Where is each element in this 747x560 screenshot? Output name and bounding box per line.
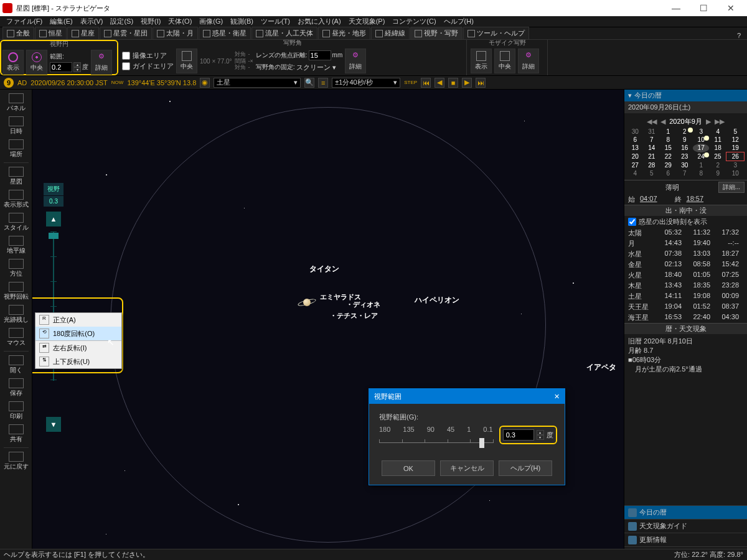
calendar-day[interactable]: 15 bbox=[660, 144, 676, 152]
menu-item[interactable]: コンテンツ(C) bbox=[388, 17, 439, 26]
calendar-day[interactable]: 8 bbox=[693, 169, 709, 177]
play-back-button[interactable]: ◀ bbox=[435, 78, 444, 88]
detail-button[interactable]: ⚙詳細 bbox=[91, 50, 112, 75]
calendar-day[interactable]: 21 bbox=[643, 152, 659, 161]
play-fwd-button[interactable]: ▶ bbox=[462, 78, 472, 88]
calendar-day[interactable]: 1 bbox=[660, 128, 676, 136]
menu-item[interactable]: R正立(A) bbox=[35, 313, 121, 327]
calendar-day[interactable]: 3 bbox=[726, 161, 745, 170]
detail-button[interactable]: 詳細... bbox=[718, 182, 745, 193]
calendar-day[interactable]: 29 bbox=[660, 161, 676, 170]
ribbon-tab[interactable]: 太陽・月 bbox=[153, 27, 198, 39]
globe-icon[interactable]: ◉ bbox=[200, 78, 210, 88]
ribbon-tab[interactable]: 全般 bbox=[2, 27, 34, 39]
help-icon[interactable]: ? bbox=[733, 32, 745, 39]
panel-tab[interactable]: 更新情報 bbox=[624, 533, 747, 546]
minimize-button[interactable]: — bbox=[662, 0, 690, 16]
sidebar-item[interactable]: 元に戻す bbox=[2, 450, 30, 472]
calendar-day[interactable]: 4 bbox=[627, 169, 643, 177]
calendar-day[interactable]: 30 bbox=[627, 128, 643, 136]
calendar-day[interactable]: 9 bbox=[709, 169, 726, 177]
calendar-day[interactable]: 8 bbox=[660, 136, 676, 144]
menu-item[interactable]: ⇅上下反転(U) bbox=[35, 355, 121, 368]
ribbon-tab[interactable]: 星雲・星団 bbox=[100, 27, 152, 39]
panel-tab[interactable]: 今日の暦 bbox=[624, 505, 747, 519]
value-spinner[interactable]: ▴▾ bbox=[537, 430, 544, 440]
sidebar-item[interactable]: 視野回転 bbox=[2, 281, 30, 302]
calendar-day[interactable]: 14 bbox=[643, 144, 659, 152]
detail-button[interactable]: ⚙詳細 bbox=[345, 49, 366, 73]
calendar-day[interactable]: 17 bbox=[693, 144, 709, 152]
next-year-button[interactable]: ▶▶ bbox=[715, 118, 725, 126]
calendar-day[interactable]: 28 bbox=[643, 161, 659, 170]
menu-item[interactable]: 天文現象(P) bbox=[345, 17, 389, 26]
calendar-day[interactable]: 10 bbox=[693, 136, 709, 144]
menu-item[interactable]: 表示(V) bbox=[77, 17, 107, 26]
sky-chart[interactable]: タイタン エミヤラドス ・ディオネ ・テチス・レア ハイペリオン イアペタ 視野… bbox=[32, 90, 624, 560]
prev-year-button[interactable]: ◀◀ bbox=[647, 118, 657, 126]
list-icon[interactable]: ≡ bbox=[318, 78, 328, 88]
imaging-area-check[interactable] bbox=[122, 52, 130, 60]
sidebar-item[interactable]: 日時 bbox=[2, 115, 30, 137]
fov-slider[interactable] bbox=[379, 434, 493, 443]
menu-item[interactable]: ファイル(F) bbox=[2, 17, 46, 26]
dialog-titlebar[interactable]: 視野範囲 ✕ bbox=[369, 389, 565, 404]
ribbon-tab[interactable]: ツール・ヘルプ bbox=[463, 27, 529, 39]
menu-item[interactable]: お気に入り(A) bbox=[294, 17, 345, 26]
sidebar-item[interactable]: 開く bbox=[2, 354, 30, 376]
calendar-day[interactable]: 18 bbox=[709, 144, 726, 152]
prev-month-button[interactable]: ◀ bbox=[660, 118, 665, 126]
calendar-day[interactable]: 2 bbox=[676, 128, 692, 136]
menu-item[interactable]: ヘルプ(H) bbox=[440, 17, 477, 26]
center-button[interactable]: 中央 bbox=[26, 50, 47, 75]
calendar-day[interactable]: 26 bbox=[726, 152, 745, 161]
ribbon-tab[interactable]: 昼光・地形 bbox=[318, 27, 370, 39]
calendar-day[interactable]: 16 bbox=[676, 144, 692, 152]
step-back-button[interactable]: ⏮ bbox=[421, 78, 431, 88]
menu-item[interactable]: 編集(E) bbox=[46, 17, 77, 26]
calendar-day[interactable]: 12 bbox=[726, 136, 745, 144]
calendar-day[interactable]: 20 bbox=[627, 152, 643, 161]
calendar-day[interactable]: 24 bbox=[693, 152, 709, 161]
ribbon-tab[interactable]: 流星・人工天体 bbox=[251, 27, 317, 39]
center-button[interactable]: 中央 bbox=[494, 49, 515, 73]
calendar-day[interactable]: 19 bbox=[726, 144, 745, 152]
sidebar-item[interactable]: 方位 bbox=[2, 258, 30, 279]
twilight-start[interactable]: 04:07 bbox=[640, 195, 657, 204]
calendar-day[interactable]: 1 bbox=[693, 161, 709, 170]
sidebar-item[interactable]: 地平線 bbox=[2, 235, 30, 256]
calendar-day[interactable]: 13 bbox=[627, 144, 643, 152]
calendar-day[interactable]: 4 bbox=[709, 128, 726, 136]
sidebar-item[interactable]: マウス bbox=[2, 327, 30, 348]
guide-area-check[interactable] bbox=[122, 62, 130, 70]
sidebar-item[interactable]: パネル bbox=[2, 92, 30, 114]
calendar-day[interactable]: 2 bbox=[709, 161, 726, 170]
calendar-day[interactable]: 10 bbox=[726, 169, 745, 177]
calendar-day[interactable]: 27 bbox=[627, 161, 643, 170]
next-month-button[interactable]: ▶ bbox=[706, 118, 711, 126]
step-fwd-button[interactable]: ⏭ bbox=[476, 78, 486, 88]
calendar-day[interactable]: 9 bbox=[676, 136, 692, 144]
sidebar-item[interactable]: 星図 bbox=[2, 166, 30, 187]
detail-button[interactable]: ⚙詳細 bbox=[518, 49, 539, 73]
dialog-close-button[interactable]: ✕ bbox=[554, 393, 560, 401]
sidebar-item[interactable]: 印刷 bbox=[2, 400, 30, 422]
calendar-day[interactable]: 7 bbox=[676, 169, 692, 177]
target-combo[interactable]: 土星▾ bbox=[214, 78, 301, 88]
search-icon[interactable]: 🔍 bbox=[304, 78, 314, 88]
calendar-day[interactable]: 3 bbox=[693, 128, 709, 136]
menu-item[interactable]: 設定(S) bbox=[106, 17, 137, 26]
twilight-end[interactable]: 18:57 bbox=[687, 195, 704, 204]
sidebar-item[interactable]: 保存 bbox=[2, 377, 30, 399]
calendar-day[interactable]: 7 bbox=[643, 136, 659, 144]
center-button[interactable]: 中央 bbox=[176, 49, 197, 73]
calendar-day[interactable]: 23 bbox=[676, 152, 692, 161]
calendar-day[interactable]: 11 bbox=[709, 136, 726, 144]
show-planets-check[interactable] bbox=[628, 218, 636, 226]
zoom-out-button[interactable]: ▼ bbox=[46, 417, 61, 432]
help-button[interactable]: ヘルプ(H) bbox=[499, 460, 552, 476]
menu-item[interactable]: ツール(T) bbox=[257, 17, 294, 26]
ad-icon[interactable]: 9 bbox=[4, 78, 14, 88]
calendar-day[interactable]: 31 bbox=[643, 128, 659, 136]
collapse-icon[interactable]: ▾ bbox=[628, 91, 632, 100]
